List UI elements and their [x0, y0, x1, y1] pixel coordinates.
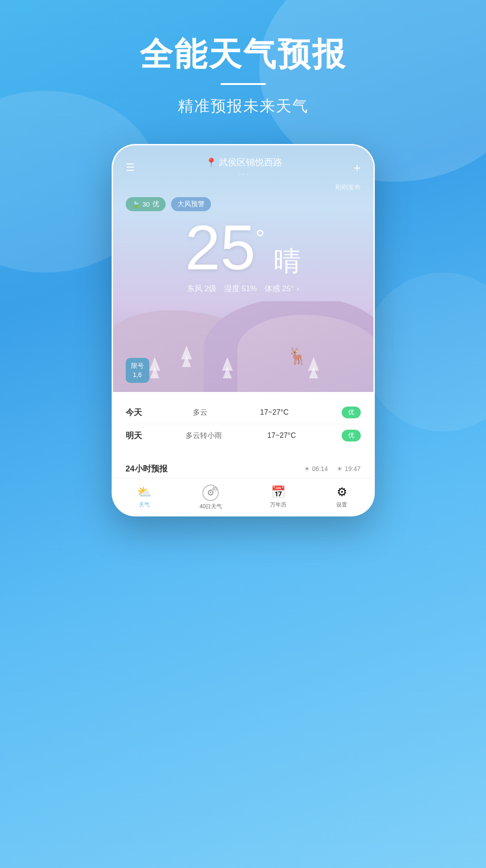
aqi-value: 30 — [142, 200, 150, 208]
landscape-illustration: 🦌 限号 1,6 — [113, 301, 373, 392]
sunrise-icon: ☀ — [304, 465, 310, 472]
sunset-time: ☀ 19:47 — [337, 465, 360, 472]
warning-badge: 大风预警 — [171, 197, 211, 211]
forecast-section: 今天 多云 17~27°C 优 明天 多云转小雨 17~27°C 优 — [113, 392, 373, 456]
settings-nav-icon: ⚙ — [334, 485, 349, 499]
separator2 — [260, 284, 262, 293]
location-pin-icon: 📍 — [206, 157, 217, 168]
nav-item-calendar[interactable]: 📅 万年历 — [270, 485, 286, 511]
aqi-quality: 优 — [152, 200, 159, 208]
deer-icon: 🦌 — [287, 347, 305, 369]
forecast40-nav-label: 40日天气 — [200, 503, 222, 511]
sunrise-time: ☀ 06:14 — [304, 465, 328, 472]
forecast-row-tomorrow: 明天 多云转小雨 17~27°C 优 — [126, 424, 361, 447]
license-badge: 限号 1,6 — [126, 358, 149, 383]
phone-mockup: ☰ 📍 武侯区锦悦西路 ··· + 刚刚发布 🍃 30 优 — [112, 144, 375, 516]
weather-nav-icon: ⛅ — [137, 485, 152, 499]
location-name: 📍 武侯区锦悦西路 — [206, 156, 282, 169]
calendar-nav-label: 万年历 — [270, 501, 286, 509]
forecast-day-tomorrow: 明天 — [126, 430, 153, 441]
phone-mockup-container: ☰ 📍 武侯区锦悦西路 ··· + 刚刚发布 🍃 30 优 — [0, 144, 486, 516]
menu-icon[interactable]: ☰ — [126, 162, 135, 174]
nav-item-weather[interactable]: ⛅ 天气 — [137, 485, 152, 511]
hero-title: 全能天气预报 — [0, 36, 486, 72]
forecast-quality-tomorrow: 优 — [342, 430, 361, 441]
main-temp-area: 25 ° 晴 — [113, 211, 373, 280]
tree-3 — [222, 357, 233, 378]
hero-section: 全能天气预报 精准预报未来天气 — [0, 0, 486, 117]
aqi-badge: 🍃 30 优 — [126, 197, 166, 211]
feels-like-info: 体感 25° — [265, 283, 294, 294]
settings-nav-label: 设置 — [336, 501, 347, 509]
humidity-info: 湿度 51% — [224, 283, 257, 294]
hero-subtitle: 精准预报未来天气 — [0, 96, 486, 117]
weather-details-row[interactable]: 东风 2级 湿度 51% 体感 25° › — [113, 280, 373, 301]
temperature: 25 — [185, 216, 256, 279]
forecast-condition-today: 多云 — [193, 408, 207, 417]
add-location-button[interactable]: + — [353, 161, 360, 175]
weather-screen: ☰ 📍 武侯区锦悦西路 ··· + 刚刚发布 🍃 30 优 — [113, 145, 373, 392]
nav-item-settings[interactable]: ⚙ 设置 — [334, 485, 349, 511]
forecast40-nav-icon: 40 ⚙ — [202, 485, 219, 501]
forecast-row-today: 今天 多云 17~27°C 优 — [126, 401, 361, 424]
hourly-title: 24小时预报 — [126, 463, 167, 474]
calendar-nav-icon: 📅 — [271, 485, 285, 499]
location-area: 📍 武侯区锦悦西路 ··· — [206, 156, 282, 179]
details-arrow-icon: › — [297, 284, 299, 293]
weather-topbar: ☰ 📍 武侯区锦悦西路 ··· + — [113, 145, 373, 184]
degree-symbol: ° — [255, 225, 265, 251]
hourly-forecast-header: 24小时预报 ☀ 06:14 ☀ 19:47 — [113, 456, 373, 478]
forecast-condition-tomorrow: 多云转小雨 — [186, 431, 222, 441]
aqi-badges-row: 🍃 30 优 大风预警 — [113, 192, 373, 211]
weather-nav-label: 天气 — [139, 501, 150, 509]
forecast-temp-today: 17~27°C — [247, 408, 302, 417]
nav-item-40day[interactable]: 40 ⚙ 40日天气 — [200, 485, 222, 511]
weather-description: 晴 — [274, 243, 301, 280]
sunset-icon: ☀ — [337, 465, 343, 472]
location-dots: ··· — [239, 169, 250, 179]
forecast-temp-tomorrow: 17~27°C — [255, 432, 309, 440]
tree-1 — [149, 357, 160, 378]
license-plate-area: 限号 1,6 — [126, 358, 149, 383]
license-numbers: 1,6 — [131, 371, 144, 380]
forecast-day-today: 今天 — [126, 407, 153, 418]
publish-time: 刚刚发布 — [113, 184, 373, 192]
hero-divider — [221, 83, 266, 85]
forecast-quality-today: 优 — [342, 407, 361, 418]
separator1 — [219, 284, 221, 293]
tree-4 — [308, 357, 319, 378]
license-label: 限号 — [131, 362, 144, 371]
bottom-navigation: ⛅ 天气 40 ⚙ 40日天气 📅 万年历 ⚙ 设置 — [113, 478, 373, 515]
sun-times: ☀ 06:14 ☀ 19:47 — [304, 465, 360, 472]
tree-2 — [181, 346, 192, 367]
wind-info: 东风 2级 — [187, 283, 216, 294]
leaf-icon: 🍃 — [132, 201, 140, 208]
